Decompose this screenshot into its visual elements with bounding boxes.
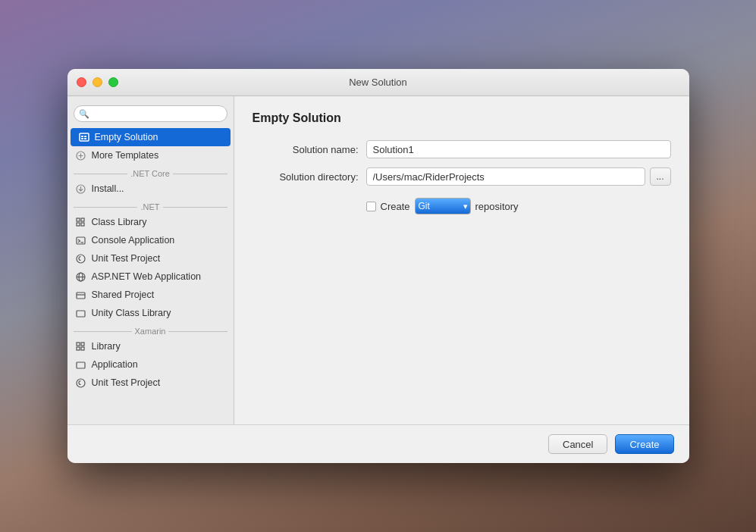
section-divider-net: .NET <box>67 198 234 213</box>
svg-rect-1 <box>81 136 83 137</box>
dialog-content: 🔍 Empty Solution <box>67 96 689 424</box>
create-label: Create <box>381 201 410 212</box>
sidebar-item-library[interactable]: Library <box>67 337 234 355</box>
solution-directory-row: Solution directory: ... <box>253 167 671 186</box>
solution-name-input[interactable] <box>366 140 671 158</box>
svg-rect-22 <box>77 311 85 317</box>
dialog-title: New Solution <box>349 77 407 88</box>
right-panel: Empty Solution Solution name: Solution d… <box>234 96 689 424</box>
svg-rect-10 <box>77 218 80 221</box>
svg-rect-26 <box>81 347 84 350</box>
svg-rect-11 <box>81 218 84 221</box>
unit-test-x-icon <box>75 377 87 389</box>
new-solution-dialog: New Solution 🔍 <box>67 69 689 463</box>
sidebar-item-label: Console Application <box>92 235 175 246</box>
section-divider-xamarin: Xamarin <box>67 322 234 337</box>
bottom-bar: Cancel Create <box>67 424 689 463</box>
browse-button[interactable]: ... <box>650 167 671 186</box>
sidebar-item-label: Unit Test Project <box>92 253 161 264</box>
sidebar-item-unit-test[interactable]: Unit Test Project <box>67 249 234 268</box>
search-container: 🔍 <box>67 102 234 128</box>
solution-directory-label: Solution directory: <box>253 171 359 183</box>
sidebar-item-label: Install... <box>92 183 124 194</box>
directory-row: ... <box>366 167 671 186</box>
shared-icon <box>75 289 87 301</box>
search-icon: 🔍 <box>79 109 89 119</box>
search-wrapper: 🔍 <box>74 105 227 122</box>
svg-rect-0 <box>80 133 89 141</box>
svg-rect-13 <box>81 223 84 226</box>
repository-label: repository <box>475 201 519 212</box>
svg-rect-12 <box>77 223 80 226</box>
plus-circle-icon <box>75 149 87 161</box>
sidebar-item-application[interactable]: Application <box>67 355 234 374</box>
sidebar-item-empty-solution[interactable]: Empty Solution <box>71 128 231 146</box>
box-icon <box>75 307 87 319</box>
create-git-checkbox[interactable] <box>366 202 376 211</box>
svg-rect-24 <box>81 343 84 346</box>
close-button[interactable] <box>77 77 86 87</box>
library-grid-icon <box>75 340 87 352</box>
svg-rect-27 <box>77 362 85 368</box>
console-icon <box>75 234 87 246</box>
sidebar-item-shared-project[interactable]: Shared Project <box>67 286 234 304</box>
svg-rect-20 <box>77 293 85 299</box>
sidebar-item-label: More Templates <box>92 150 159 161</box>
sidebar-item-console-application[interactable]: Console Application <box>67 231 234 249</box>
application-icon <box>75 358 87 371</box>
sidebar-item-more-templates[interactable]: More Templates <box>67 146 234 164</box>
solution-name-row: Solution name: <box>253 140 671 158</box>
git-type-select[interactable]: Git Mercurial None <box>415 198 471 214</box>
grid-icon <box>75 216 87 228</box>
svg-rect-3 <box>81 138 83 139</box>
sidebar-item-install[interactable]: Install... <box>67 180 234 198</box>
create-button[interactable]: Create <box>615 434 673 454</box>
svg-point-28 <box>77 379 85 387</box>
sidebar-item-unity-class-library[interactable]: Unity Class Library <box>67 304 234 322</box>
panel-title: Empty Solution <box>253 111 671 125</box>
sidebar-item-label: Class Library <box>92 217 147 227</box>
svg-rect-25 <box>77 347 80 350</box>
svg-rect-23 <box>77 343 80 346</box>
git-row: Create Git Mercurial None repository <box>366 198 671 214</box>
sidebar-item-class-library[interactable]: Class Library <box>67 213 234 231</box>
sidebar-item-label: Unity Class Library <box>92 308 171 318</box>
solution-name-label: Solution name: <box>253 144 359 155</box>
sidebar-item-label: Unit Test Project <box>92 377 161 388</box>
wrench-icon <box>75 252 87 264</box>
svg-rect-2 <box>84 136 86 137</box>
web-icon <box>75 271 87 283</box>
sidebar-item-label: Application <box>92 359 138 370</box>
git-select-wrapper: Git Mercurial None <box>415 198 471 214</box>
install-icon <box>75 183 87 195</box>
maximize-button[interactable] <box>108 77 118 87</box>
search-input[interactable] <box>74 105 227 122</box>
svg-rect-14 <box>77 237 85 244</box>
window-controls <box>77 77 118 87</box>
sidebar: 🔍 Empty Solution <box>67 96 234 424</box>
sidebar-item-aspnet[interactable]: ASP.NET Web Application <box>67 268 234 286</box>
solution-icon <box>78 131 90 143</box>
title-bar: New Solution <box>67 69 689 96</box>
solution-directory-input[interactable] <box>366 167 645 186</box>
section-divider-net-core: .NET Core <box>67 164 234 180</box>
sidebar-item-label: Empty Solution <box>95 132 158 142</box>
cancel-button[interactable]: Cancel <box>548 434 607 454</box>
svg-rect-4 <box>84 138 86 139</box>
sidebar-item-label: Library <box>92 341 121 352</box>
svg-point-16 <box>77 255 85 263</box>
minimize-button[interactable] <box>93 77 102 87</box>
sidebar-item-unit-test-xamarin[interactable]: Unit Test Project <box>67 374 234 392</box>
sidebar-item-label: Shared Project <box>92 289 155 300</box>
sidebar-item-label: ASP.NET Web Application <box>92 271 202 282</box>
